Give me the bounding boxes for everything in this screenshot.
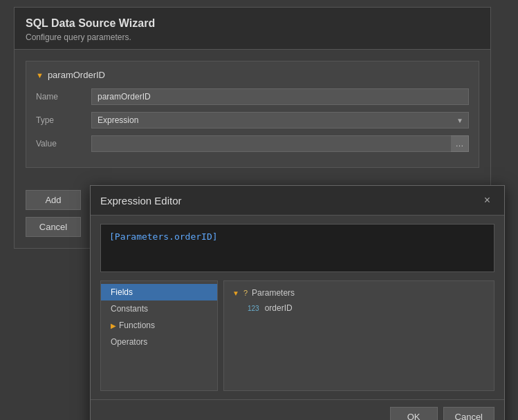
type-select-wrap: Expression String Integer Boolean DateTi… <box>91 112 469 128</box>
type-row: Type Expression String Integer Boolean D… <box>36 112 469 128</box>
expression-editor-footer: OK Cancel <box>91 399 504 420</box>
panel-item-fields[interactable]: Fields <box>101 284 217 300</box>
param-section: ▼ paramOrderID Name Type Expression Stri… <box>26 61 479 168</box>
value-input[interactable] <box>91 135 469 152</box>
name-row: Name <box>36 88 469 105</box>
param-header: ▼ paramOrderID <box>36 70 469 80</box>
expression-editor-body: [Parameters.orderID] Fields Constants ▶ … <box>91 216 504 399</box>
add-button[interactable]: Add <box>26 190 81 210</box>
expression-editor-close-button[interactable]: × <box>480 193 494 208</box>
panel-item-functions[interactable]: ▶ Functions <box>101 317 217 334</box>
wizard-subtitle: Configure query parameters. <box>26 32 479 42</box>
type-control: Expression String Integer Boolean DateTi… <box>91 112 469 128</box>
cancel-expr-button[interactable]: Cancel <box>443 407 494 420</box>
cancel-main-button[interactable]: Cancel <box>26 217 81 237</box>
param-section-title: paramOrderID <box>48 70 105 80</box>
name-input[interactable] <box>91 88 469 105</box>
panel-item-operators[interactable]: Operators <box>101 334 217 350</box>
ok-button[interactable]: OK <box>390 407 438 420</box>
wizard-header: SQL Data Source Wizard Configure query p… <box>15 8 490 50</box>
param-collapse-arrow[interactable]: ▼ <box>36 71 44 79</box>
expression-editor-title: Expression Editor <box>100 195 182 207</box>
type-label: Type <box>36 115 91 125</box>
value-input-wrap: … <box>91 135 469 152</box>
value-row: Value … <box>36 135 469 152</box>
functions-arrow-icon: ▶ <box>111 322 116 330</box>
tree-child-label: orderID <box>265 303 293 313</box>
ellipsis-button[interactable]: … <box>451 135 469 152</box>
value-label: Value <box>36 139 91 149</box>
ellipsis-icon: … <box>456 139 464 149</box>
name-label: Name <box>36 92 91 102</box>
expression-right-panel: ▼ ? Parameters 123 orderID <box>223 280 494 391</box>
tree-item-label: Parameters <box>252 288 295 298</box>
wizard-title: SQL Data Source Wizard <box>26 17 479 30</box>
expression-code-text: [Parameters.orderID] <box>109 231 218 242</box>
expression-panels: Fields Constants ▶ Functions Operators ▼… <box>100 280 494 391</box>
tree-type-icon: ? <box>243 289 248 297</box>
tree-expand-arrow: ▼ <box>232 289 239 297</box>
expression-editor-header: Expression Editor × <box>91 186 504 216</box>
expression-editor: Expression Editor × [Parameters.orderID]… <box>90 185 505 420</box>
expression-left-panel: Fields Constants ▶ Functions Operators <box>100 280 218 391</box>
child-type-icon: 123 <box>248 305 259 312</box>
tree-item-parameters[interactable]: ▼ ? Parameters <box>224 285 494 300</box>
value-control: … <box>91 135 469 152</box>
type-select[interactable]: Expression String Integer Boolean DateTi… <box>91 112 469 128</box>
tree-child-orderid[interactable]: 123 orderID <box>224 300 494 316</box>
wizard-body: ▼ paramOrderID Name Type Expression Stri… <box>15 50 490 190</box>
panel-item-constants[interactable]: Constants <box>101 300 217 317</box>
expression-code-area[interactable]: [Parameters.orderID] <box>100 224 494 272</box>
name-control <box>91 88 469 105</box>
